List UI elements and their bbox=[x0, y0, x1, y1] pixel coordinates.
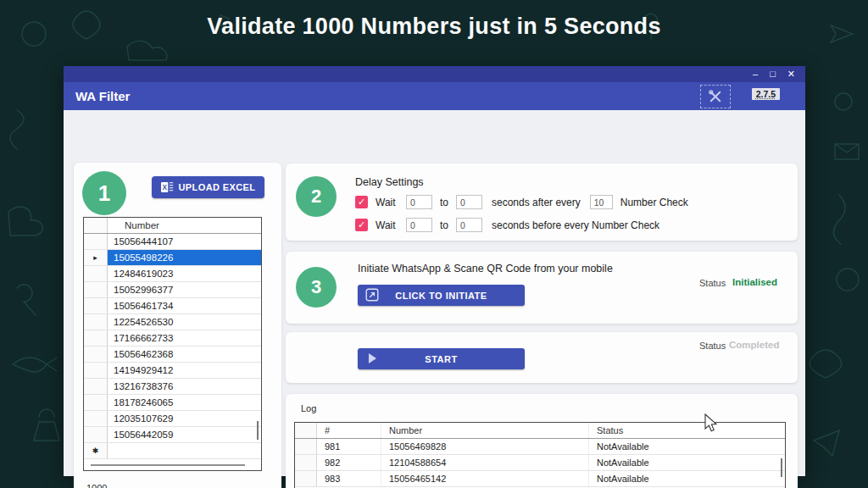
app-window: – □ ✕ WA Filter 2.7.5 1 X bbox=[64, 66, 805, 476]
delay-row-after: ✓ Wait to seconds after every Number Che… bbox=[355, 195, 688, 209]
delay-row-before: ✓ Wait to seconds before every Number Ch… bbox=[355, 218, 659, 232]
new-row-icon: ✱ bbox=[92, 446, 99, 455]
initiate-instruction: Initiate WhatsApp & Scane QR Code from y… bbox=[358, 263, 613, 274]
table-row-selected[interactable]: ▸15055498226 bbox=[84, 250, 261, 266]
table-row[interactable]: 12254526530 bbox=[84, 314, 261, 330]
step1-panel: 1 X UPLOAD EXCEL Number 15056444107 ▸150 bbox=[74, 163, 281, 488]
to-label: to bbox=[440, 197, 448, 208]
initiate-status-value: Initialised bbox=[732, 277, 777, 287]
seconds-after-label: seconds after every bbox=[492, 197, 581, 208]
step2-panel: 2 Delay Settings ✓ Wait to seconds after… bbox=[286, 164, 798, 241]
checkbox-wait-before[interactable]: ✓ bbox=[355, 219, 368, 231]
log-col-number: Number bbox=[381, 423, 589, 438]
status-label: Status bbox=[699, 341, 726, 351]
step3-panel: 3 Initiate WhatsApp & Scane QR Code from… bbox=[286, 252, 798, 324]
table-row[interactable]: 13216738376 bbox=[84, 379, 261, 395]
version-badge: 2.7.5 bbox=[752, 88, 780, 100]
check-icon: ✓ bbox=[358, 197, 365, 208]
step3-badge: 3 bbox=[296, 267, 337, 308]
wait-from-input[interactable] bbox=[406, 195, 432, 209]
delay-settings-title: Delay Settings bbox=[355, 176, 424, 188]
page-title: Validate 1000 Numbers just in 5 Seconds bbox=[0, 14, 868, 40]
grid-new-row[interactable]: ✱ bbox=[84, 443, 261, 459]
grid-header-row: Number bbox=[84, 218, 261, 234]
click-to-initiate-label: CLICK TO INITIATE bbox=[395, 291, 487, 301]
maximize-icon[interactable]: □ bbox=[770, 69, 776, 79]
wait-from-input2[interactable] bbox=[406, 218, 432, 232]
app-title: WA Filter bbox=[75, 89, 130, 103]
minimize-icon[interactable]: – bbox=[753, 69, 758, 79]
excel-icon: X bbox=[161, 181, 174, 193]
mouse-cursor bbox=[703, 413, 720, 433]
table-row[interactable]: 12035107629 bbox=[84, 411, 261, 427]
table-row[interactable]: 14194929412 bbox=[84, 363, 261, 379]
svg-text:X: X bbox=[162, 184, 167, 191]
wait-label: Wait bbox=[376, 219, 406, 231]
window-content: 1 X UPLOAD EXCEL Number 15056444107 ▸150 bbox=[64, 110, 805, 476]
start-button[interactable]: START bbox=[358, 348, 525, 369]
wait-to-input[interactable] bbox=[456, 195, 482, 209]
log-col-num: # bbox=[317, 423, 381, 438]
start-status-value: Completed bbox=[729, 340, 779, 350]
checkbox-wait-after[interactable]: ✓ bbox=[355, 196, 368, 208]
row-selector-icon: ▸ bbox=[93, 253, 97, 262]
log-row[interactable]: 982 12104588654 NotAvailable bbox=[295, 455, 785, 471]
table-row[interactable]: 15056444107 bbox=[84, 234, 261, 250]
status-label: Status bbox=[699, 278, 726, 288]
table-row[interactable]: 17166662733 bbox=[84, 330, 261, 347]
upload-excel-button[interactable]: X UPLOAD EXCEL bbox=[152, 176, 264, 198]
log-col-status: Status bbox=[589, 423, 785, 438]
log-vertical-scrollbar[interactable] bbox=[781, 458, 782, 477]
step1-badge: 1 bbox=[82, 171, 126, 215]
grid-vertical-scrollbar[interactable] bbox=[257, 421, 259, 440]
every-count-input[interactable] bbox=[590, 195, 613, 209]
log-row[interactable]: 983 15056465142 NotAvailable bbox=[295, 471, 785, 487]
table-row[interactable]: 15052996377 bbox=[84, 282, 261, 298]
window-chrome-bar: – □ ✕ bbox=[64, 66, 805, 82]
wait-to-input2[interactable] bbox=[456, 218, 482, 232]
app-titlebar: WA Filter 2.7.5 bbox=[64, 82, 805, 110]
log-row[interactable]: 981 15056469828 NotAvailable bbox=[295, 439, 785, 455]
to-label: to bbox=[440, 219, 448, 231]
grid-column-header: Number bbox=[108, 218, 261, 233]
table-row[interactable]: 15056462368 bbox=[84, 347, 261, 363]
close-icon[interactable]: ✕ bbox=[787, 69, 795, 79]
step2-badge: 2 bbox=[296, 176, 337, 217]
log-title: Log bbox=[301, 403, 316, 413]
grid-horizontal-scrollbar[interactable] bbox=[91, 464, 245, 466]
number-check-label: Number Check bbox=[620, 197, 688, 208]
numbers-count: 1000 bbox=[86, 483, 107, 488]
wait-label: Wait bbox=[376, 197, 406, 208]
numbers-grid[interactable]: Number 15056444107 ▸15055498226 12484619… bbox=[83, 217, 262, 471]
seconds-before-label: seconds before every Number Check bbox=[492, 219, 659, 231]
click-to-initiate-button[interactable]: CLICK TO INITIATE bbox=[358, 285, 525, 306]
start-label: START bbox=[425, 354, 457, 364]
log-panel: Log # Number Status 981 15056469828 NotA… bbox=[286, 394, 798, 488]
upload-excel-label: UPLOAD EXCEL bbox=[179, 182, 256, 192]
check-icon: ✓ bbox=[358, 219, 365, 230]
start-panel: START Status Completed bbox=[286, 332, 798, 383]
settings-button[interactable] bbox=[700, 85, 731, 108]
table-row[interactable]: 15056442059 bbox=[84, 427, 261, 443]
tools-icon bbox=[708, 89, 723, 104]
table-row[interactable]: 15056461734 bbox=[84, 298, 261, 314]
table-row[interactable]: 18178246065 bbox=[84, 395, 261, 411]
table-row[interactable]: 12484619023 bbox=[84, 266, 261, 282]
play-icon bbox=[369, 353, 376, 363]
open-external-icon bbox=[365, 288, 379, 302]
